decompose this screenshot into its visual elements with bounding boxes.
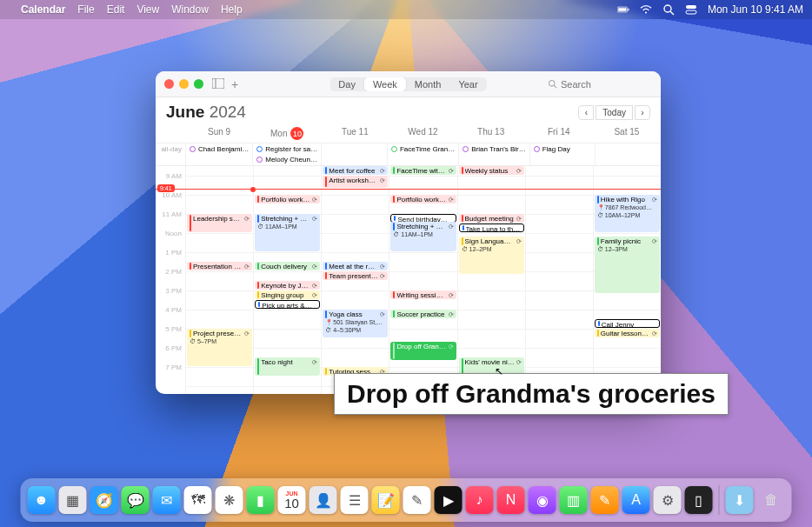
day-header[interactable]: Thu 13 — [457, 126, 525, 141]
event[interactable]: Presentation p…⟳ — [187, 262, 252, 270]
battery-icon[interactable] — [617, 3, 629, 16]
menu-file[interactable]: File — [77, 3, 94, 16]
menubar-clock[interactable]: Mon Jun 10 9:41 AM — [708, 3, 803, 16]
event[interactable]: Take Luna to th… — [459, 223, 524, 232]
event[interactable]: Leadership skil…⟳ — [187, 214, 252, 232]
event[interactable]: Project presentations⟳⏱ 5–7PM — [187, 329, 252, 366]
app-menu[interactable]: Calendar — [21, 3, 65, 16]
dock-mail-icon[interactable]: ✉︎ — [153, 486, 181, 514]
event[interactable]: Stretching + weights⟳⏱ 11AM–1PM — [255, 214, 320, 251]
allday-cell[interactable]: Chad Benjami… — [185, 143, 252, 165]
next-week-button[interactable]: › — [635, 105, 650, 120]
day-column[interactable]: Hike with Rigo⟳📍7867 Redwood…⏱ 10AM–12PM… — [593, 166, 661, 394]
view-week[interactable]: Week — [364, 77, 406, 91]
allday-cell[interactable]: FaceTime Gran… — [387, 143, 458, 165]
allday-cell[interactable] — [595, 143, 661, 165]
event[interactable]: Sign Language Club⟳⏱ 12–2PM — [459, 237, 524, 274]
allday-cell[interactable] — [321, 143, 387, 165]
event[interactable]: Meet for coffee⟳ — [323, 166, 388, 175]
dock-messages-icon[interactable]: 💬 — [122, 486, 150, 514]
dock-appstore-icon[interactable]: A — [622, 486, 650, 514]
event[interactable]: Writing sessio…⟳ — [390, 290, 456, 299]
day-header[interactable]: Tue 11 — [321, 126, 389, 141]
day-column[interactable]: Leadership skil…⟳Presentation p…⟳Project… — [185, 166, 253, 394]
event[interactable]: Family picnic⟳⏱ 12–3PM — [595, 237, 660, 293]
dock-tv-icon[interactable]: ▶︎ — [435, 486, 463, 514]
dock-contacts-icon[interactable]: 👤 — [309, 486, 337, 514]
allday-cell[interactable]: Flag Day — [529, 143, 596, 165]
allday-event[interactable]: Melody Cheun… — [254, 155, 320, 164]
dock-settings-icon[interactable]: ⚙︎ — [654, 486, 682, 514]
search-input[interactable] — [561, 79, 639, 90]
view-day[interactable]: Day — [329, 77, 364, 91]
menu-edit[interactable]: Edit — [107, 3, 125, 16]
dock-news-icon[interactable]: N — [497, 486, 525, 514]
prev-week-button[interactable]: ‹ — [578, 105, 594, 120]
allday-cell[interactable]: Brian Tran's Bir… — [458, 143, 529, 165]
menu-window[interactable]: Window — [171, 3, 209, 16]
window-zoom-button[interactable] — [194, 79, 203, 89]
event[interactable]: Weekly status⟳ — [459, 166, 524, 175]
dock-photos-icon[interactable]: ❋ — [216, 486, 243, 514]
allday-event[interactable]: Brian Tran's Bir… — [460, 144, 528, 154]
event[interactable]: FaceTime with…⟳ — [390, 166, 456, 175]
dock-trash-icon[interactable]: 🗑 — [757, 486, 785, 514]
week-grid[interactable]: 9:41 9 AM10 AM11 AMNoon1 PM2 PM3 PM4 PM5… — [156, 166, 661, 394]
view-month[interactable]: Month — [406, 77, 450, 91]
day-column[interactable]: Weekly status⟳Budget meeting⟳Take Luna t… — [457, 166, 525, 394]
day-header[interactable]: Mon 10 — [253, 126, 321, 141]
dock-downloads-icon[interactable]: ⬇︎ — [726, 486, 754, 514]
event[interactable]: Couch delivery⟳ — [255, 262, 320, 270]
control-center-icon[interactable] — [685, 3, 697, 16]
dock-safari-icon[interactable]: 🧭 — [90, 486, 118, 514]
day-header[interactable]: Wed 12 — [389, 126, 456, 141]
event[interactable]: Budget meeting⟳ — [459, 214, 524, 223]
allday-event[interactable]: Register for sa… — [254, 144, 320, 154]
window-close-button[interactable] — [164, 79, 174, 89]
dock-launchpad-icon[interactable]: ▦ — [59, 486, 87, 514]
allday-event[interactable]: FaceTime Gran… — [389, 144, 457, 154]
day-header[interactable]: Fri 14 — [525, 126, 593, 141]
event-selected[interactable]: Drop off Grandma's groceries⟳ — [390, 342, 456, 360]
event[interactable]: Hike with Rigo⟳📍7867 Redwood…⏱ 10AM–12PM — [595, 195, 660, 232]
menu-help[interactable]: Help — [221, 3, 243, 16]
allday-event[interactable]: Flag Day — [531, 144, 595, 154]
search-field[interactable] — [548, 79, 652, 90]
wifi-icon[interactable] — [640, 3, 652, 16]
dock-music-icon[interactable]: ♪ — [466, 486, 494, 514]
dock-notes-icon[interactable]: 📝 — [372, 486, 400, 514]
event[interactable]: Portfolio work…⟳ — [390, 195, 456, 203]
today-button[interactable]: Today — [596, 105, 633, 120]
event[interactable]: Pick up arts &… — [255, 300, 320, 309]
dock-pages-icon[interactable]: ✎ — [591, 486, 619, 514]
dock-freeform-icon[interactable]: ✎ — [403, 486, 431, 514]
window-minimize-button[interactable] — [179, 79, 189, 89]
allday-event[interactable]: Chad Benjami… — [187, 144, 251, 154]
day-column[interactable]: Meet for coffee⟳Artist worksho…⟳Meet at … — [321, 166, 389, 394]
event[interactable]: Portfolio work…⟳ — [255, 195, 320, 203]
dock-numbers-icon[interactable]: ▥ — [560, 486, 588, 514]
event[interactable]: Taco night⟳ — [255, 357, 320, 376]
calendars-toggle-icon[interactable] — [212, 78, 224, 90]
dock-reminders-icon[interactable]: ☰ — [341, 486, 369, 514]
day-column[interactable]: Portfolio work…⟳Stretching + weights⟳⏱ 1… — [253, 166, 321, 394]
menu-view[interactable]: View — [136, 3, 159, 16]
dock-facetime-icon[interactable]: ▮ — [247, 486, 275, 514]
event[interactable]: Artist worksho…⟳ — [323, 176, 388, 188]
view-year[interactable]: Year — [449, 77, 486, 91]
day-header[interactable]: Sun 9 — [185, 126, 253, 141]
event[interactable]: Stretching + weights⟳⏱ 11AM–1PM — [390, 222, 456, 251]
day-column[interactable]: FaceTime with…⟳Portfolio work…⟳Send birt… — [389, 166, 456, 394]
dock-podcasts-icon[interactable]: ◉ — [529, 486, 556, 514]
spotlight-icon[interactable] — [662, 3, 675, 16]
dock-calendar-icon[interactable]: JUN10 — [278, 486, 306, 514]
new-event-button[interactable]: + — [231, 77, 238, 91]
event[interactable]: Meet at the res…⟳ — [323, 262, 388, 270]
event[interactable]: Soccer practice⟳ — [390, 310, 456, 318]
event[interactable]: Call Jenny — [595, 319, 660, 328]
event[interactable]: Yoga class⟳📍501 Stanyan St,…⏱ 4–5:30PM — [323, 310, 388, 337]
event[interactable]: Guitar lessons…⟳ — [595, 329, 660, 337]
dock-maps-icon[interactable]: 🗺 — [184, 486, 212, 514]
dock-finder-icon[interactable]: ☻ — [28, 486, 56, 514]
day-header[interactable]: Sat 15 — [593, 126, 661, 141]
